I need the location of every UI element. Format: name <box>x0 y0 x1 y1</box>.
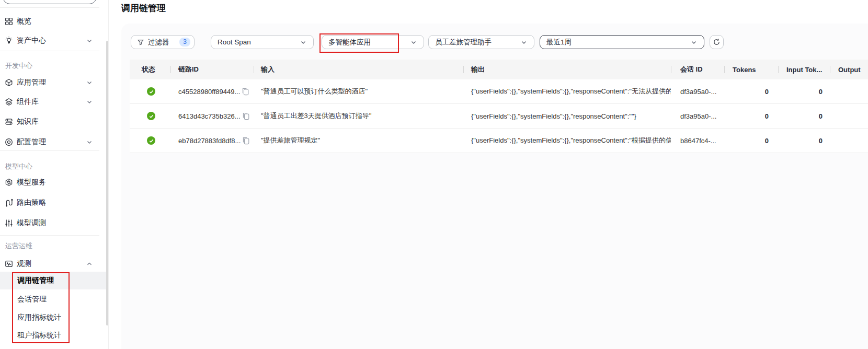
sidebar-item-label: 租户指标统计 <box>17 331 61 340</box>
chevron-down-icon <box>86 79 93 86</box>
divider <box>0 51 99 51</box>
output-cell: {"userFields":{},"systemFields":{},"resp… <box>463 129 671 153</box>
session-id-cell: b8647fc4-... <box>671 129 724 153</box>
table-row[interactable]: eb78d27883fd8df8... "提供差旅管理规定" {"userFie… <box>130 129 868 153</box>
sidebar-item-label: 路由策略 <box>17 198 46 207</box>
trace-id-text: eb78d27883fd8df8... <box>178 137 241 145</box>
sidebar-item-label: 调用链管理 <box>17 276 54 285</box>
session-id-cell: df3a95a0-... <box>671 104 724 128</box>
table-row[interactable]: c45528980ff89449... "普通员工可以预订什么类型的酒店" {"… <box>130 79 868 104</box>
sidebar-item-trace-management[interactable]: 调用链管理 <box>0 272 106 289</box>
sidebar-item-asset-center[interactable]: 资产中心 <box>0 32 106 50</box>
sidebar-item-label: 配置管理 <box>17 137 46 147</box>
sidebar-item-label: 应用指标统计 <box>17 313 61 322</box>
sidebar-item-label: 模型调测 <box>17 218 46 228</box>
sidebar-item-label: 模型服务 <box>17 178 46 187</box>
chevron-down-icon <box>690 39 698 46</box>
sidebar-item-label: 概览 <box>17 17 31 26</box>
sidebar-item-overview[interactable]: 概览 <box>0 13 106 30</box>
sidebar-item-label: 会话管理 <box>17 295 47 304</box>
filter-button[interactable]: 过滤器 3 <box>131 35 195 49</box>
trace-table: 状态 链路ID 输入 输出 会话 ID Tokens Input Tok... … <box>130 60 868 153</box>
divider <box>0 150 99 151</box>
divider <box>0 235 99 236</box>
span-type-value: Root Span <box>218 38 251 46</box>
sidebar-item-label: 观测 <box>17 259 31 269</box>
sidebar-section-model-center: 模型中心 <box>5 162 32 171</box>
success-status-icon <box>147 87 155 96</box>
waveform-icon <box>5 260 13 268</box>
sidebar-item-app-management[interactable]: 应用管理 <box>0 74 106 91</box>
session-id-cell: df3a95a0-... <box>671 79 724 103</box>
output-cell: {"userFields":{},"systemFields":{},"resp… <box>463 104 671 128</box>
sidebar-item-observation[interactable]: 观测 <box>0 255 106 273</box>
chevron-down-icon <box>300 39 307 46</box>
output-tokens-cell <box>830 104 868 128</box>
page-title: 调用链管理 <box>121 2 166 14</box>
tokens-cell: 0 <box>724 129 778 153</box>
time-range-value: 最近1周 <box>546 38 572 47</box>
funnel-icon <box>137 39 144 46</box>
app-type-select[interactable]: 多智能体应用 <box>322 35 424 49</box>
sidebar-item-label: 应用管理 <box>17 78 46 87</box>
layers-icon <box>5 98 13 106</box>
sidebar-item-session-management[interactable]: 会话管理 <box>0 290 106 308</box>
cube-icon <box>5 78 13 87</box>
sidebar-item-knowledge-base[interactable]: 知识库 <box>0 113 106 131</box>
copy-icon[interactable] <box>243 137 249 145</box>
sliders-icon <box>5 219 13 227</box>
tokens-cell: 0 <box>724 104 778 128</box>
copy-icon[interactable] <box>243 112 249 120</box>
sidebar-item-model-debugging[interactable]: 模型调测 <box>0 214 106 232</box>
input-tokens-cell: 0 <box>778 79 830 103</box>
sidebar-item-tenant-metrics[interactable]: 租户指标统计 <box>0 327 106 344</box>
input-tokens-cell: 0 <box>778 129 830 153</box>
filter-count-badge: 3 <box>179 38 190 46</box>
chevron-down-icon <box>86 138 93 146</box>
output-tokens-cell <box>830 129 868 153</box>
sidebar: 概览 资产中心 开发中心 应用管理 组件库 知识库 配置管理 模型中心 模型服务… <box>0 0 109 349</box>
refresh-button[interactable] <box>710 35 724 49</box>
refresh-icon <box>713 38 721 46</box>
sidebar-item-component-library[interactable]: 组件库 <box>0 93 106 111</box>
col-header-session-id: 会话 ID <box>671 60 724 79</box>
sidebar-item-label: 资产中心 <box>17 36 46 45</box>
success-status-icon <box>147 136 155 145</box>
grid-icon <box>5 17 13 26</box>
sidebar-section-dev-center: 开发中心 <box>5 61 32 71</box>
app-type-value: 多智能体应用 <box>328 38 371 47</box>
hexagon-icon <box>5 178 13 187</box>
col-header-status: 状态 <box>130 60 170 79</box>
table-row[interactable]: 6413d43c735b326... "普通员工出差3天提供酒店预订指导" {"… <box>130 104 868 129</box>
divider <box>0 7 99 8</box>
sidebar-section-operations: 运营运维 <box>5 241 32 251</box>
col-header-input-tokens: Input Tok... <box>778 60 830 79</box>
chevron-down-icon <box>410 39 417 46</box>
time-range-select[interactable]: 最近1周 <box>540 35 704 49</box>
workspace-select[interactable] <box>3 0 97 4</box>
app-name-select[interactable]: 员工差旅管理助手 <box>428 35 534 49</box>
col-header-input: 输入 <box>254 60 463 79</box>
table-header-row: 状态 链路ID 输入 输出 会话 ID Tokens Input Tok... … <box>130 60 868 79</box>
col-header-output-tokens: Output <box>830 60 868 79</box>
copy-icon[interactable] <box>242 88 249 96</box>
sidebar-item-model-service[interactable]: 模型服务 <box>0 173 106 191</box>
output-tokens-cell <box>830 79 868 103</box>
sidebar-item-app-metrics[interactable]: 应用指标统计 <box>0 309 106 327</box>
col-header-trace-id: 链路ID <box>170 60 254 79</box>
tokens-cell: 0 <box>724 79 778 103</box>
input-cell: "提供差旅管理规定" <box>254 129 463 153</box>
config-icon <box>5 138 13 146</box>
sidebar-item-routing-policy[interactable]: 路由策略 <box>0 194 106 212</box>
chevron-up-icon <box>86 260 93 267</box>
input-tokens-cell: 0 <box>778 104 830 128</box>
app-name-value: 员工差旅管理助手 <box>435 38 492 47</box>
span-type-select[interactable]: Root Span <box>211 35 314 49</box>
chevron-down-icon <box>86 98 93 106</box>
filter-button-label: 过滤器 <box>148 38 169 47</box>
sidebar-item-config-management[interactable]: 配置管理 <box>0 133 106 151</box>
route-icon <box>5 199 13 207</box>
bulb-icon <box>5 37 13 45</box>
trace-id-text: c45528980ff89449... <box>178 88 240 96</box>
sidebar-scrollbar[interactable] <box>106 41 108 325</box>
